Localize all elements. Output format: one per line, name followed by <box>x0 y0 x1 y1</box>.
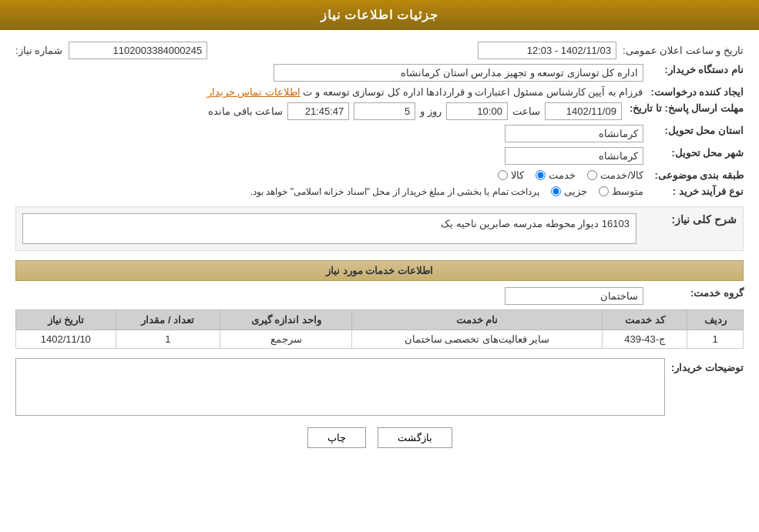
back-button[interactable]: بازگشت <box>378 427 452 448</box>
page-wrapper: جزئیات اطلاعات نیاز تاریخ و ساعت اعلان ع… <box>0 0 759 532</box>
need-number-value: 1102003384000245 <box>69 42 207 59</box>
purchase-type-option-1[interactable]: جزیی <box>551 186 587 197</box>
category-row: طبقه بندی موضوعی: کالا/خدمت خدمت کالا <box>15 169 744 181</box>
category-label-3: کالا/خدمت <box>600 169 643 181</box>
city-value: کرمانشاه <box>15 147 643 165</box>
buyer-notes-wrapper <box>15 358 665 416</box>
deadline-days-label: روز و <box>420 105 442 117</box>
buyer-org-row: نام دستگاه خریدار: اداره کل توسازی توسعه… <box>15 64 744 82</box>
province-row: استان محل تحویل: کرمانشاه <box>15 125 744 142</box>
cell-date: 1402/11/10 <box>16 330 116 349</box>
deadline-remaining: 21:45:47 <box>287 102 349 120</box>
col-row-num: ردیف <box>687 310 744 330</box>
deadline-remaining-label: ساعت باقی مانده <box>208 105 283 117</box>
province-value: کرمانشاه <box>15 125 643 142</box>
deadline-value: 1402/11/09 ساعت 10:00 روز و 5 21:45:47 س… <box>15 102 622 120</box>
city-input: کرمانشاه <box>505 147 643 165</box>
need-description-label: شرح کلی نیاز: <box>636 213 737 226</box>
category-radio-group: کالا/خدمت خدمت کالا <box>15 169 643 181</box>
purchase-type-radio-2[interactable] <box>599 186 609 196</box>
purchase-type-label-2: متوسط <box>612 186 643 197</box>
province-label: استان محل تحویل: <box>643 125 744 136</box>
need-number-label: شماره نیاز: <box>15 45 62 56</box>
announce-value: 1402/11/03 - 12:03 <box>478 42 616 59</box>
deadline-label: مهلت ارسال پاسخ: تا تاریخ: <box>622 102 744 114</box>
deadline-flex: 1402/11/09 ساعت 10:00 روز و 5 21:45:47 س… <box>15 102 622 120</box>
deadline-time-label: ساعت <box>512 105 540 117</box>
group-value: ساختمان <box>15 287 643 305</box>
category-label-1: کالا <box>511 169 524 181</box>
announce-row: تاریخ و ساعت اعلان عمومی: 1402/11/03 - 1… <box>15 42 744 59</box>
purchase-type-row: نوع فرآیند خرید : متوسط جزیی پرداخت تمام… <box>15 186 744 197</box>
deadline-time: 10:00 <box>446 102 508 120</box>
creator-text: فرزام به آیین کارشناس مسئول اعتبارات و ق… <box>303 86 643 98</box>
need-description-row: شرح کلی نیاز: 16103 دیوار محوطه مدرسه صا… <box>15 206 744 251</box>
purchase-type-label: نوع فرآیند خرید : <box>643 186 744 197</box>
deadline-date: 1402/11/09 <box>545 102 622 120</box>
buyer-notes-label: توضیحات خریدار: <box>671 358 744 373</box>
buyer-notes-area: توضیحات خریدار: <box>15 358 744 416</box>
announce-label: تاریخ و ساعت اعلان عمومی: <box>623 45 744 56</box>
buyer-org-value: اداره کل توسازی توسعه و تجهیز مدارس استا… <box>15 64 643 82</box>
category-value: کالا/خدمت خدمت کالا <box>15 169 643 181</box>
buyer-notes-textarea[interactable] <box>16 359 664 413</box>
cell-service-name: سایر فعالیت‌های تخصصی ساختمان <box>352 330 603 349</box>
category-radio-3[interactable] <box>587 170 597 180</box>
category-radio-2[interactable] <box>536 170 546 180</box>
services-table: ردیف کد خدمت نام خدمت واحد اندازه گیری ت… <box>15 309 744 349</box>
category-radio-1[interactable] <box>498 170 508 180</box>
print-button[interactable]: چاپ <box>307 427 366 448</box>
services-section: اطلاعات خدمات مورد نیاز گروه خدمت: ساختم… <box>15 260 744 349</box>
buyer-org-label: نام دستگاه خریدار: <box>643 64 744 75</box>
purchase-type-label-1: جزیی <box>564 186 587 197</box>
group-input: ساختمان <box>505 287 643 305</box>
need-description-value: 16103 دیوار محوطه مدرسه صابرین ناحیه یک <box>22 213 636 244</box>
creator-label: ایجاد کننده درخواست: <box>643 86 744 98</box>
purchase-type-radio-group: متوسط جزیی پرداخت تمام یا بخشی از مبلغ خ… <box>15 186 643 197</box>
buyer-org-input: اداره کل توسازی توسعه و تجهیز مدارس استا… <box>274 64 643 82</box>
services-table-header: ردیف کد خدمت نام خدمت واحد اندازه گیری ت… <box>16 310 744 330</box>
col-service-name: نام خدمت <box>352 310 603 330</box>
category-label: طبقه بندی موضوعی: <box>643 169 744 181</box>
category-option-1[interactable]: کالا <box>498 169 524 181</box>
deadline-row: مهلت ارسال پاسخ: تا تاریخ: 1402/11/09 سا… <box>15 102 744 120</box>
content-area: تاریخ و ساعت اعلان عمومی: 1402/11/03 - 1… <box>0 30 759 475</box>
purchase-type-radio-1[interactable] <box>551 186 561 196</box>
purchase-type-note: پرداخت تمام یا بخشی از مبلغ خریدار از مح… <box>250 186 539 197</box>
purchase-type-value: متوسط جزیی پرداخت تمام یا بخشی از مبلغ خ… <box>15 186 643 197</box>
city-row: شهر محل تحویل: کرمانشاه <box>15 147 744 165</box>
group-row: گروه خدمت: ساختمان <box>15 287 744 305</box>
purchase-type-option-2[interactable]: متوسط <box>599 186 643 197</box>
col-date: تاریخ نیاز <box>16 310 116 330</box>
announce-right: تاریخ و ساعت اعلان عمومی: 1402/11/03 - 1… <box>478 42 744 59</box>
col-unit: واحد اندازه گیری <box>220 310 352 330</box>
category-option-2[interactable]: خدمت <box>536 169 576 181</box>
city-label: شهر محل تحویل: <box>643 147 744 159</box>
cell-quantity: 1 <box>116 330 220 349</box>
creator-link[interactable]: اطلاعات تماس خریدار <box>207 86 301 98</box>
group-label: گروه خدمت: <box>643 287 744 299</box>
cell-service-code: ج-43-439 <box>603 330 687 349</box>
announce-left: 1102003384000245 شماره نیاز: <box>15 42 207 59</box>
creator-value: فرزام به آیین کارشناس مسئول اعتبارات و ق… <box>15 86 643 98</box>
page-title: جزئیات اطلاعات نیاز <box>321 8 439 22</box>
province-input: کرمانشاه <box>505 125 643 142</box>
buttons-row: بازگشت چاپ <box>15 427 744 463</box>
cell-unit: سرجمع <box>220 330 352 349</box>
category-label-2: خدمت <box>549 169 576 181</box>
table-row: 1 ج-43-439 سایر فعالیت‌های تخصصی ساختمان… <box>16 330 744 349</box>
deadline-days: 5 <box>354 102 415 120</box>
page-header: جزئیات اطلاعات نیاز <box>0 0 759 30</box>
creator-row: ایجاد کننده درخواست: فرزام به آیین کارشن… <box>15 86 744 98</box>
col-service-code: کد خدمت <box>603 310 687 330</box>
col-quantity: تعداد / مقدار <box>116 310 220 330</box>
services-title: اطلاعات خدمات مورد نیاز <box>15 260 744 281</box>
need-description-text: 16103 دیوار محوطه مدرسه صابرین ناحیه یک <box>22 213 636 244</box>
cell-row-num: 1 <box>687 330 744 349</box>
category-option-3[interactable]: کالا/خدمت <box>587 169 643 181</box>
